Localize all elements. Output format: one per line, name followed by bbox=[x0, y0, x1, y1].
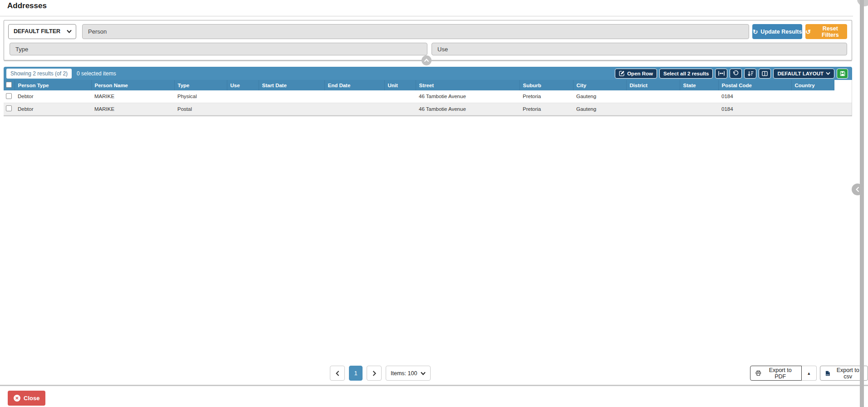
footer-divider bbox=[0, 385, 868, 386]
open-row-label: Open Row bbox=[627, 71, 653, 76]
sort-amount-down-icon bbox=[747, 71, 754, 76]
column-header-person-type[interactable]: Person Type bbox=[15, 80, 91, 90]
cell-use bbox=[227, 90, 259, 103]
column-header-district[interactable]: District bbox=[626, 80, 680, 90]
save-layout-button[interactable] bbox=[837, 69, 848, 79]
filter-panel: DEFAULT FILTER ↻ Update Results ↺ Reset … bbox=[4, 20, 852, 60]
person-filter-input[interactable] bbox=[82, 24, 749, 39]
reset-grid-button[interactable] bbox=[730, 69, 742, 79]
select-all-label: Select all 2 results bbox=[663, 71, 709, 76]
cell-start-date bbox=[259, 103, 324, 115]
floppy-disk-icon bbox=[840, 71, 845, 76]
update-results-button[interactable]: ↻ Update Results bbox=[752, 24, 802, 39]
undo-icon: ↺ bbox=[805, 29, 811, 35]
caret-up-icon: ▲ bbox=[807, 371, 811, 376]
cell-state bbox=[680, 103, 718, 115]
refresh-icon: ↻ bbox=[753, 29, 758, 35]
table-header-row: Person Type Person Name Type Use Start D… bbox=[4, 80, 852, 90]
select-all-checkbox[interactable] bbox=[6, 82, 12, 88]
row-checkbox[interactable] bbox=[6, 93, 12, 99]
export-bar: Export to PDF ▲ csv Export to csv bbox=[750, 366, 868, 381]
cell-district bbox=[626, 103, 680, 115]
type-filter-input[interactable] bbox=[10, 43, 427, 55]
title-divider bbox=[0, 16, 853, 16]
chevron-down-icon bbox=[421, 372, 426, 375]
showing-results-badge[interactable]: Showing 2 results (of 2) bbox=[6, 69, 72, 79]
page-title: Addresses bbox=[7, 1, 47, 10]
cell-end-date bbox=[324, 103, 384, 115]
collapse-filters-button[interactable] bbox=[422, 55, 432, 65]
export-pdf-label: Export to PDF bbox=[765, 367, 796, 380]
column-header-suburb[interactable]: Suburb bbox=[520, 80, 573, 90]
pagination: 1 Items: 100 bbox=[330, 366, 431, 381]
cell-suburb: Pretoria bbox=[520, 90, 573, 103]
chevron-left-icon bbox=[336, 371, 339, 376]
reset-filters-label: Reset Filters bbox=[814, 25, 847, 38]
cell-use bbox=[227, 103, 259, 115]
next-page-button[interactable] bbox=[367, 366, 382, 381]
cell-state bbox=[680, 90, 718, 103]
file-csv-icon: csv bbox=[825, 370, 830, 377]
layout-select-value: DEFAULT LAYOUT bbox=[777, 71, 824, 76]
x-circle-icon: ✕ bbox=[14, 395, 20, 402]
close-button[interactable]: ✕ Close bbox=[8, 391, 45, 406]
column-header-street[interactable]: Street bbox=[416, 80, 520, 90]
printer-icon bbox=[755, 370, 761, 376]
chevron-left-icon bbox=[856, 187, 859, 192]
edit-icon bbox=[619, 70, 625, 76]
reset-filters-button[interactable]: ↺ Reset Filters bbox=[805, 24, 847, 39]
column-header-use[interactable]: Use bbox=[227, 80, 259, 90]
column-header-postal-code[interactable]: Postal Code bbox=[718, 80, 791, 90]
chevron-down-icon bbox=[67, 30, 72, 33]
layout-select[interactable]: DEFAULT LAYOUT bbox=[773, 69, 834, 79]
update-results-label: Update Results bbox=[760, 29, 802, 35]
sort-rows-button[interactable] bbox=[744, 69, 756, 79]
column-header-end-date[interactable]: End Date bbox=[324, 80, 384, 90]
column-header-start-date[interactable]: Start Date bbox=[259, 80, 324, 90]
cell-person-type: Debtor bbox=[15, 90, 91, 103]
default-filter-value: DEFAULT FILTER bbox=[14, 28, 60, 35]
use-filter-input[interactable] bbox=[432, 43, 847, 55]
cell-postal-code: 0184 bbox=[718, 90, 791, 103]
cell-suburb: Pretoria bbox=[520, 103, 573, 115]
header-scroll-spacer bbox=[834, 80, 852, 90]
default-filter-select[interactable]: DEFAULT FILTER bbox=[8, 24, 76, 39]
cell-street: 46 Tambotie Avenue bbox=[416, 90, 520, 103]
cell-end-date bbox=[324, 90, 384, 103]
items-per-page-select[interactable]: Items: 100 bbox=[386, 366, 431, 381]
cell-unit bbox=[384, 103, 416, 115]
export-pdf-menu-toggle[interactable]: ▲ bbox=[802, 366, 817, 381]
select-all-button[interactable]: Select all 2 results bbox=[659, 69, 713, 79]
svg-text:csv: csv bbox=[826, 373, 829, 375]
table-row[interactable]: Debtor MARIKE Postal 46 Tambotie Avenue … bbox=[4, 103, 852, 115]
export-pdf-button[interactable]: Export to PDF bbox=[750, 366, 802, 381]
fit-columns-button[interactable] bbox=[715, 69, 727, 79]
cell-person-name: MARIKE bbox=[91, 103, 174, 115]
side-panel-rail[interactable] bbox=[860, 0, 864, 407]
side-panel-toggle[interactable] bbox=[852, 184, 863, 195]
table-row[interactable]: Debtor MARIKE Physical 46 Tambotie Avenu… bbox=[4, 90, 852, 103]
items-per-page-value: Items: 100 bbox=[391, 370, 417, 377]
column-header-person-name[interactable]: Person Name bbox=[91, 80, 174, 90]
selected-items-count: 0 selected items bbox=[77, 70, 116, 77]
chevron-up-icon bbox=[424, 59, 429, 62]
column-header-city[interactable]: City bbox=[573, 80, 626, 90]
arrows-horizontal-icon bbox=[718, 71, 725, 76]
page-number-button[interactable]: 1 bbox=[349, 366, 363, 381]
row-checkbox[interactable] bbox=[6, 105, 12, 111]
cell-country bbox=[791, 103, 834, 115]
prev-page-button[interactable] bbox=[330, 366, 345, 381]
cell-unit bbox=[384, 90, 416, 103]
close-label: Close bbox=[24, 395, 39, 402]
cell-city: Gauteng bbox=[573, 103, 626, 115]
cell-type: Physical bbox=[174, 90, 227, 103]
export-csv-label: Export to csv bbox=[833, 367, 863, 380]
choose-columns-button[interactable] bbox=[759, 69, 771, 79]
table-columns-icon bbox=[762, 71, 768, 76]
column-header-country[interactable]: Country bbox=[791, 80, 834, 90]
column-header-state[interactable]: State bbox=[680, 80, 718, 90]
open-row-button[interactable]: Open Row bbox=[615, 69, 657, 79]
column-header-type[interactable]: Type bbox=[174, 80, 227, 90]
chevron-down-icon bbox=[826, 72, 830, 75]
column-header-unit[interactable]: Unit bbox=[384, 80, 416, 90]
